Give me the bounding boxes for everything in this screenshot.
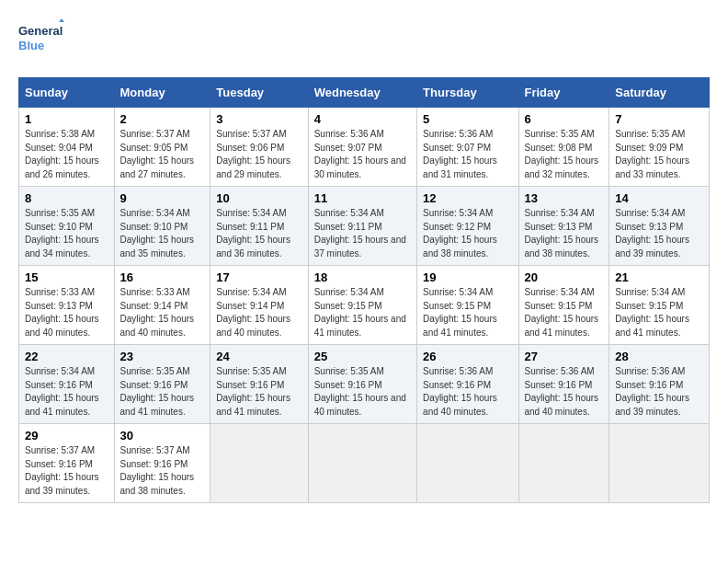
day-info: Sunrise: 5:34 AMSunset: 9:13 PMDaylight:… <box>615 208 689 259</box>
day-info: Sunrise: 5:37 AMSunset: 9:16 PMDaylight:… <box>120 445 195 496</box>
day-number: 13 <box>525 191 604 205</box>
day-number: 10 <box>216 191 301 205</box>
calendar-cell: 10 Sunrise: 5:34 AMSunset: 9:11 PMDaylig… <box>210 187 308 266</box>
calendar-cell: 2 Sunrise: 5:37 AMSunset: 9:05 PMDayligh… <box>114 108 210 187</box>
logo: General Blue <box>18 18 64 63</box>
calendar-cell: 6 Sunrise: 5:35 AMSunset: 9:08 PMDayligh… <box>518 108 609 187</box>
column-header-tuesday: Tuesday <box>210 78 308 108</box>
day-info: Sunrise: 5:36 AMSunset: 9:16 PMDaylight:… <box>615 366 689 417</box>
day-number: 11 <box>314 191 411 205</box>
calendar-cell <box>308 424 416 503</box>
day-info: Sunrise: 5:36 AMSunset: 9:07 PMDaylight:… <box>423 129 497 179</box>
day-number: 5 <box>423 112 512 126</box>
day-number: 29 <box>25 429 108 442</box>
day-number: 14 <box>615 191 703 205</box>
calendar-week-3: 15 Sunrise: 5:33 AMSunset: 9:13 PMDaylig… <box>19 266 710 345</box>
day-info: Sunrise: 5:35 AMSunset: 9:10 PMDaylight:… <box>25 208 99 259</box>
calendar-cell: 5 Sunrise: 5:36 AMSunset: 9:07 PMDayligh… <box>417 108 518 187</box>
page-header: General Blue <box>18 18 710 63</box>
day-info: Sunrise: 5:34 AMSunset: 9:10 PMDaylight:… <box>120 208 195 259</box>
calendar-cell: 15 Sunrise: 5:33 AMSunset: 9:13 PMDaylig… <box>19 266 115 345</box>
calendar-cell: 20 Sunrise: 5:34 AMSunset: 9:15 PMDaylig… <box>518 266 609 345</box>
column-header-saturday: Saturday <box>609 78 710 108</box>
calendar-cell: 7 Sunrise: 5:35 AMSunset: 9:09 PMDayligh… <box>609 108 710 187</box>
day-number: 7 <box>615 112 703 126</box>
day-info: Sunrise: 5:33 AMSunset: 9:13 PMDaylight:… <box>25 287 99 338</box>
calendar-cell: 4 Sunrise: 5:36 AMSunset: 9:07 PMDayligh… <box>308 108 416 187</box>
calendar-cell: 1 Sunrise: 5:38 AMSunset: 9:04 PMDayligh… <box>19 108 115 187</box>
day-number: 15 <box>25 270 108 284</box>
column-header-friday: Friday <box>518 78 609 108</box>
day-number: 28 <box>615 350 703 363</box>
day-number: 27 <box>525 350 604 363</box>
day-info: Sunrise: 5:34 AMSunset: 9:15 PMDaylight:… <box>314 287 406 338</box>
day-info: Sunrise: 5:34 AMSunset: 9:15 PMDaylight:… <box>525 287 599 338</box>
calendar-cell: 25 Sunrise: 5:35 AMSunset: 9:16 PMDaylig… <box>308 345 416 424</box>
calendar-cell: 24 Sunrise: 5:35 AMSunset: 9:16 PMDaylig… <box>210 345 308 424</box>
day-number: 12 <box>423 191 512 205</box>
day-info: Sunrise: 5:35 AMSunset: 9:08 PMDaylight:… <box>525 129 599 179</box>
day-info: Sunrise: 5:34 AMSunset: 9:15 PMDaylight:… <box>615 287 689 338</box>
calendar-week-5: 29 Sunrise: 5:37 AMSunset: 9:16 PMDaylig… <box>19 424 710 503</box>
calendar-cell: 13 Sunrise: 5:34 AMSunset: 9:13 PMDaylig… <box>518 187 609 266</box>
calendar-cell: 21 Sunrise: 5:34 AMSunset: 9:15 PMDaylig… <box>609 266 710 345</box>
day-info: Sunrise: 5:34 AMSunset: 9:14 PMDaylight:… <box>216 287 290 338</box>
day-number: 18 <box>314 270 411 284</box>
day-info: Sunrise: 5:35 AMSunset: 9:09 PMDaylight:… <box>615 129 689 179</box>
calendar-week-4: 22 Sunrise: 5:34 AMSunset: 9:16 PMDaylig… <box>19 345 710 424</box>
day-number: 1 <box>25 112 108 126</box>
day-number: 19 <box>423 270 512 284</box>
logo-svg: General Blue <box>18 18 64 63</box>
calendar-cell <box>210 424 308 503</box>
svg-text:General: General <box>18 24 63 38</box>
day-info: Sunrise: 5:35 AMSunset: 9:16 PMDaylight:… <box>216 366 290 417</box>
day-info: Sunrise: 5:37 AMSunset: 9:06 PMDaylight:… <box>216 129 290 179</box>
column-header-monday: Monday <box>114 78 210 108</box>
calendar-cell: 30 Sunrise: 5:37 AMSunset: 9:16 PMDaylig… <box>114 424 210 503</box>
day-info: Sunrise: 5:36 AMSunset: 9:16 PMDaylight:… <box>525 366 599 417</box>
day-info: Sunrise: 5:34 AMSunset: 9:11 PMDaylight:… <box>314 208 406 259</box>
day-info: Sunrise: 5:36 AMSunset: 9:16 PMDaylight:… <box>423 366 497 417</box>
day-info: Sunrise: 5:38 AMSunset: 9:04 PMDaylight:… <box>25 129 99 179</box>
calendar-cell <box>417 424 518 503</box>
calendar-cell: 3 Sunrise: 5:37 AMSunset: 9:06 PMDayligh… <box>210 108 308 187</box>
day-info: Sunrise: 5:37 AMSunset: 9:05 PMDaylight:… <box>120 129 195 179</box>
calendar-cell: 12 Sunrise: 5:34 AMSunset: 9:12 PMDaylig… <box>417 187 518 266</box>
day-info: Sunrise: 5:35 AMSunset: 9:16 PMDaylight:… <box>314 366 406 417</box>
calendar-cell: 23 Sunrise: 5:35 AMSunset: 9:16 PMDaylig… <box>114 345 210 424</box>
column-header-wednesday: Wednesday <box>308 78 416 108</box>
header-row: SundayMondayTuesdayWednesdayThursdayFrid… <box>19 78 710 108</box>
calendar-cell: 22 Sunrise: 5:34 AMSunset: 9:16 PMDaylig… <box>19 345 115 424</box>
day-number: 8 <box>25 191 108 205</box>
calendar-cell: 18 Sunrise: 5:34 AMSunset: 9:15 PMDaylig… <box>308 266 416 345</box>
calendar-cell <box>518 424 609 503</box>
column-header-thursday: Thursday <box>417 78 518 108</box>
day-info: Sunrise: 5:35 AMSunset: 9:16 PMDaylight:… <box>120 366 195 417</box>
day-number: 23 <box>120 350 205 363</box>
day-number: 21 <box>615 270 703 284</box>
calendar-week-2: 8 Sunrise: 5:35 AMSunset: 9:10 PMDayligh… <box>19 187 710 266</box>
calendar-cell: 11 Sunrise: 5:34 AMSunset: 9:11 PMDaylig… <box>308 187 416 266</box>
day-number: 25 <box>314 350 411 363</box>
day-number: 2 <box>120 112 205 126</box>
calendar-week-1: 1 Sunrise: 5:38 AMSunset: 9:04 PMDayligh… <box>19 108 710 187</box>
day-number: 20 <box>525 270 604 284</box>
day-info: Sunrise: 5:34 AMSunset: 9:11 PMDaylight:… <box>216 208 290 259</box>
day-number: 17 <box>216 270 301 284</box>
day-number: 30 <box>120 429 205 442</box>
calendar-cell: 16 Sunrise: 5:33 AMSunset: 9:14 PMDaylig… <box>114 266 210 345</box>
day-number: 22 <box>25 350 108 363</box>
day-number: 6 <box>525 112 604 126</box>
calendar-cell: 9 Sunrise: 5:34 AMSunset: 9:10 PMDayligh… <box>114 187 210 266</box>
calendar-cell: 28 Sunrise: 5:36 AMSunset: 9:16 PMDaylig… <box>609 345 710 424</box>
day-info: Sunrise: 5:34 AMSunset: 9:15 PMDaylight:… <box>423 287 497 338</box>
svg-text:Blue: Blue <box>18 39 44 52</box>
day-info: Sunrise: 5:34 AMSunset: 9:16 PMDaylight:… <box>25 366 99 417</box>
calendar-cell: 26 Sunrise: 5:36 AMSunset: 9:16 PMDaylig… <box>417 345 518 424</box>
calendar-cell: 27 Sunrise: 5:36 AMSunset: 9:16 PMDaylig… <box>518 345 609 424</box>
svg-marker-2 <box>59 18 64 22</box>
day-number: 26 <box>423 350 512 363</box>
day-number: 3 <box>216 112 301 126</box>
day-info: Sunrise: 5:36 AMSunset: 9:07 PMDaylight:… <box>314 129 406 179</box>
day-number: 4 <box>314 112 411 126</box>
